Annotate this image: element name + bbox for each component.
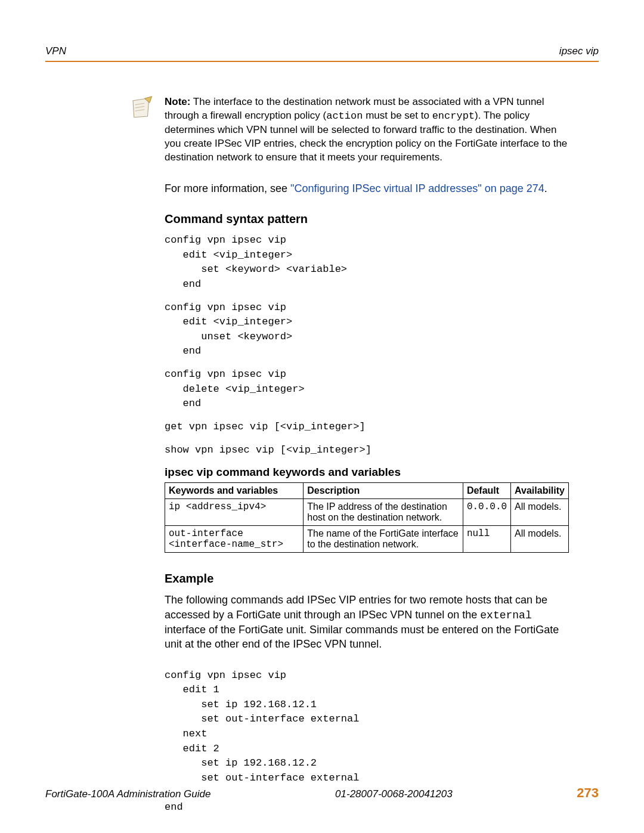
more-info-suffix: . <box>544 182 547 194</box>
syntax-block-2: config vpn ipsec vip edit <vip_integer> … <box>165 301 569 360</box>
page-number: 273 <box>577 785 599 801</box>
note-icon <box>129 95 154 120</box>
syntax-block-4: get vpn ipsec vip [<vip_integer>] <box>165 420 569 435</box>
cell-avail: All models. <box>511 526 569 553</box>
example-text-b: interface of the FortiGate unit. Similar… <box>165 624 559 650</box>
note-body-b: must be set to <box>363 110 432 121</box>
th-desc: Description <box>304 483 463 499</box>
keywords-table: Keywords and variables Description Defau… <box>165 482 569 553</box>
th-kv: Keywords and variables <box>165 483 304 499</box>
example-code-inline: external <box>480 609 531 621</box>
code: get vpn ipsec vip [<vip_integer>] <box>165 420 569 435</box>
table-heading: ipsec vip command keywords and variables <box>165 466 569 479</box>
more-info-para: For more information, see "Configuring I… <box>165 181 569 196</box>
th-avail: Availability <box>511 483 569 499</box>
header-right: ipsec vip <box>559 45 599 57</box>
footer-mid: 01-28007-0068-20041203 <box>335 788 453 800</box>
note-code-2: encrypt <box>432 110 475 122</box>
note-prefix: Note: <box>165 96 190 107</box>
cell-default: null <box>463 526 510 553</box>
cell-kv: ip <address_ipv4> <box>165 499 304 526</box>
header-left: VPN <box>45 45 66 57</box>
cell-kv: out-interface <interface-name_str> <box>165 526 304 553</box>
cell-default: 0.0.0.0 <box>463 499 510 526</box>
note-text: Note: The interface to the destination n… <box>165 95 569 165</box>
page-header: VPN ipsec vip <box>45 45 599 62</box>
table-row: out-interface <interface-name_str> The n… <box>165 526 569 553</box>
syntax-block-5: show vpn ipsec vip [<vip_integer>] <box>165 443 569 458</box>
example-para: The following commands add IPSec VIP ent… <box>165 593 569 651</box>
page: VPN ipsec vip Note: The interface to the… <box>0 0 644 833</box>
code: config vpn ipsec vip delete <vip_integer… <box>165 367 569 411</box>
code: config vpn ipsec vip edit <vip_integer> … <box>165 301 569 360</box>
code: config vpn ipsec vip edit <vip_integer> … <box>165 233 569 292</box>
content-area: Note: The interface to the destination n… <box>165 95 569 815</box>
th-default: Default <box>463 483 510 499</box>
more-info-link[interactable]: "Configuring IPSec virtual IP addresses"… <box>290 182 544 194</box>
cell-desc: The name of the FortiGate interface to t… <box>304 526 463 553</box>
syntax-block-3: config vpn ipsec vip delete <vip_integer… <box>165 367 569 411</box>
code: show vpn ipsec vip [<vip_integer>] <box>165 443 569 458</box>
table-row: ip <address_ipv4> The IP address of the … <box>165 499 569 526</box>
note-block: Note: The interface to the destination n… <box>129 95 569 165</box>
table-header-row: Keywords and variables Description Defau… <box>165 483 569 499</box>
more-info-prefix: For more information, see <box>165 182 290 194</box>
note-code-1: action <box>326 110 363 122</box>
syntax-heading: Command syntax pattern <box>165 212 569 226</box>
syntax-block-1: config vpn ipsec vip edit <vip_integer> … <box>165 233 569 292</box>
footer-left: FortiGate-100A Administration Guide <box>45 788 210 800</box>
page-footer: FortiGate-100A Administration Guide 01-2… <box>45 785 599 801</box>
cell-avail: All models. <box>511 499 569 526</box>
example-heading: Example <box>165 572 569 586</box>
cell-desc: The IP address of the destination host o… <box>304 499 463 526</box>
